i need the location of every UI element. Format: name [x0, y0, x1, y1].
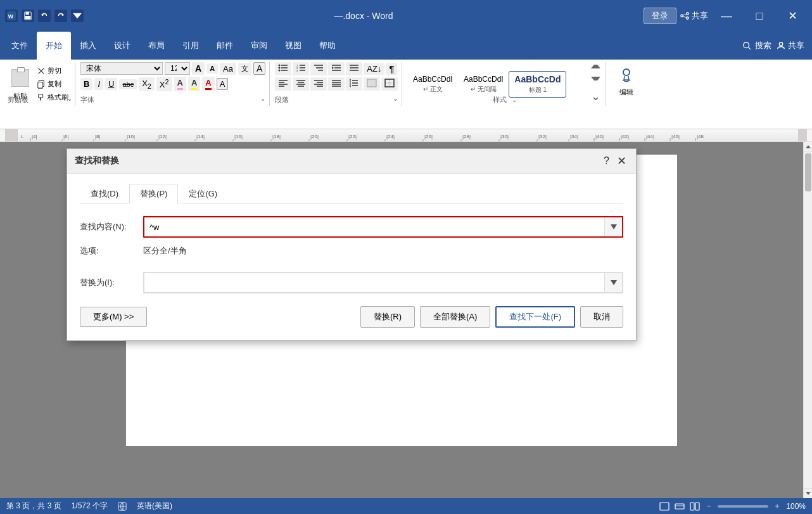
replace-button[interactable]: 替换(R) [360, 306, 415, 328]
menu-home[interactable]: 开始 [37, 32, 71, 60]
menu-view[interactable]: 视图 [276, 32, 310, 60]
undo-icon[interactable] [38, 10, 51, 22]
replace-input[interactable] [144, 275, 604, 291]
decrease-font-button[interactable]: A [206, 63, 218, 74]
font-name-select[interactable]: 宋体 [80, 62, 163, 75]
svg-text:|48: |48 [697, 134, 704, 139]
view-normal-icon[interactable] [659, 502, 669, 511]
justify-button[interactable] [328, 77, 345, 91]
menu-mailings[interactable]: 邮件 [208, 32, 242, 60]
tab-goto[interactable]: 定位(G) [178, 184, 228, 203]
show-marks-button[interactable]: ¶ [386, 63, 397, 75]
subscript-button[interactable]: X2 [139, 77, 155, 91]
minimize-button[interactable]: — [712, 6, 741, 26]
border-button[interactable] [381, 77, 398, 91]
menu-review[interactable]: 审阅 [242, 32, 276, 60]
menu-layout[interactable]: 布局 [139, 32, 174, 60]
zoom-minus[interactable]: － [705, 501, 713, 511]
ordered-list-button[interactable]: 123 [293, 62, 309, 75]
cut-button[interactable]: 剪切 [34, 65, 71, 77]
zoom-slider[interactable] [718, 505, 768, 508]
view-read-icon[interactable] [690, 502, 700, 511]
increase-font-button[interactable]: A [192, 62, 205, 75]
svg-marker-65 [350, 86, 351, 87]
shading-button[interactable] [364, 77, 380, 91]
replace-row: 替换为(I): [80, 272, 623, 293]
svg-rect-4 [25, 16, 31, 19]
login-button[interactable]: 登录 [644, 8, 676, 24]
font-size-select[interactable]: 12 [165, 62, 190, 75]
clear-format-button[interactable]: A [253, 62, 265, 75]
find-dropdown-button[interactable] [604, 217, 622, 236]
line-spacing-button[interactable] [346, 77, 362, 91]
increase-indent-button[interactable] [346, 62, 362, 75]
dialog-title: 查找和替换 [75, 155, 119, 167]
highlight-button[interactable]: A [188, 77, 200, 91]
spacer [80, 262, 623, 272]
dialog-help-button[interactable]: ? [604, 155, 609, 167]
save-icon[interactable] [22, 10, 34, 22]
paragraph-expand-icon[interactable]: ⌄ [393, 95, 398, 105]
view-web-icon[interactable] [675, 502, 685, 511]
cancel-button[interactable]: 取消 [580, 306, 623, 328]
copy-button[interactable]: 复制 [34, 78, 71, 90]
replace-dropdown-button[interactable] [604, 273, 622, 292]
bold-button[interactable]: B [80, 78, 92, 90]
share-button[interactable]: 共享 [680, 10, 708, 22]
align-center-button[interactable] [293, 77, 309, 91]
customize-qa-icon[interactable] [71, 10, 84, 22]
ribbon-group-clipboard: 粘贴 剪切 复制 格式刷 [5, 62, 75, 106]
svg-text:|34|: |34| [570, 134, 578, 139]
tab-find[interactable]: 查找(D) [80, 184, 129, 203]
tab-replace[interactable]: 替换(P) [129, 184, 178, 203]
strikethrough-button[interactable]: abc [119, 79, 137, 89]
svg-text:|44|: |44| [646, 134, 654, 139]
align-left-button[interactable] [275, 77, 291, 91]
dialog-controls: ? ✕ [604, 154, 628, 168]
unordered-list-button[interactable] [275, 62, 291, 75]
superscript-button[interactable]: X2 [156, 77, 172, 91]
menu-references[interactable]: 引用 [174, 32, 208, 60]
find-input[interactable] [144, 219, 604, 235]
menu-insert[interactable]: 插入 [71, 32, 105, 60]
find-next-button[interactable]: 查找下一处(F) [495, 306, 575, 328]
font-expand-icon[interactable]: ⌄ [260, 95, 265, 105]
more-button[interactable]: 更多(M) >> [80, 307, 147, 327]
dialog-close-button[interactable]: ✕ [614, 154, 628, 168]
font-extra-button[interactable]: A [217, 78, 229, 90]
align-right-button[interactable] [310, 77, 327, 91]
style-no-spacing[interactable]: AaBbCcDdI ↵ 无间隔 [458, 72, 509, 96]
font-shade-button[interactable]: A [202, 77, 214, 91]
svg-text:|16|: |16| [234, 134, 243, 139]
zoom-plus[interactable]: ＋ [773, 501, 781, 511]
edit-button[interactable]: 编辑 [611, 62, 642, 102]
search-area[interactable]: 搜索 [742, 32, 771, 60]
style-normal[interactable]: AaBbCcDdI ↵ 正文 [407, 72, 458, 96]
multilevel-list-button[interactable] [310, 62, 327, 75]
underline-button[interactable]: U [105, 78, 117, 90]
svg-marker-39 [332, 67, 334, 69]
menubar-share-button[interactable]: 共享 [777, 32, 804, 60]
clipboard-expand-icon[interactable]: ⌄ [67, 95, 72, 105]
menu-file[interactable]: 文件 [3, 32, 37, 60]
italic-button[interactable]: I [94, 78, 103, 90]
sort-button[interactable]: AZ↓ [364, 63, 384, 75]
svg-marker-64 [350, 79, 351, 80]
menu-design[interactable]: 设计 [105, 32, 139, 60]
close-button[interactable]: ✕ [778, 6, 807, 26]
styles-expand-icon[interactable]: ⌄ [512, 96, 517, 103]
decrease-indent-button[interactable] [328, 62, 345, 75]
svg-text:3: 3 [296, 69, 298, 72]
styles-scroll-down[interactable] [591, 77, 600, 80]
svg-point-9 [681, 15, 683, 17]
change-case-button[interactable]: Aa [220, 63, 236, 75]
replace-all-button[interactable]: 全部替换(A) [420, 306, 490, 328]
wubi-button[interactable]: 文 [238, 63, 251, 75]
font-color-a[interactable]: A [174, 77, 186, 91]
style-heading1[interactable]: AaBbCcDd 标题 1 [509, 71, 566, 98]
maximize-button[interactable]: □ [745, 6, 774, 26]
find-row: 查找内容(N): [80, 216, 623, 238]
redo-icon[interactable] [54, 10, 67, 22]
styles-scroll-up[interactable] [591, 65, 600, 68]
menu-help[interactable]: 帮助 [310, 32, 345, 60]
